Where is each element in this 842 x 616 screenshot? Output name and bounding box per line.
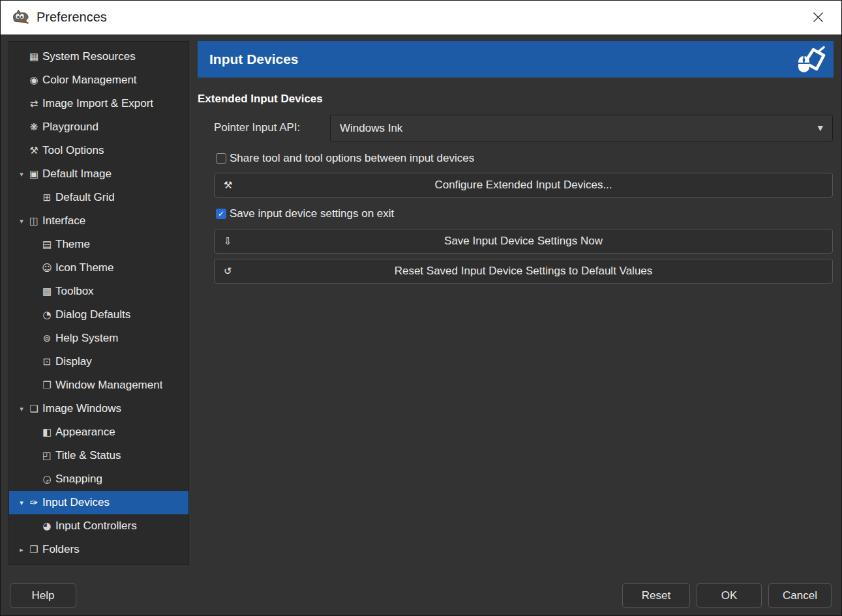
pointer-input-api-dropdown[interactable]: Windows Ink ▼ — [330, 115, 833, 141]
sidebar-item-label: Help System — [55, 332, 118, 345]
content-header: Input Devices — [198, 41, 834, 78]
sidebar-item-playground[interactable]: ❋Playground — [9, 115, 188, 139]
sidebar-item-folders[interactable]: ▸❒Folders — [9, 538, 188, 561]
sidebar-item-label: Color Management — [42, 74, 137, 87]
window-title: Preferences — [37, 10, 107, 25]
gimp-wilber-icon — [11, 9, 31, 26]
sidebar-item-label: Input Devices — [42, 496, 110, 509]
tool-options-icon: ⚒ — [27, 145, 40, 156]
sidebar-item-label: Toolbox — [55, 285, 94, 298]
help-button[interactable]: Help — [10, 583, 76, 608]
chevron-down-icon: ▼ — [818, 124, 823, 132]
dialog-defaults-icon: ◔ — [40, 309, 53, 321]
sidebar-item-color-management[interactable]: ◉Color Management — [9, 68, 188, 92]
interface-icon: ◫ — [27, 215, 40, 227]
checkmark-icon: ✓ — [218, 210, 224, 218]
sidebar-item-title-status[interactable]: ◰Title & Status — [9, 444, 188, 467]
display-icon: ⊡ — [40, 356, 53, 368]
window-management-icon: ❐ — [40, 379, 53, 391]
system-resources-icon: ▦ — [27, 51, 40, 63]
section-title: Extended Input Devices — [198, 93, 323, 106]
sidebar-item-display[interactable]: ⊡Display — [9, 350, 188, 374]
sidebar-item-input-devices[interactable]: ▾✑Input Devices — [9, 491, 188, 514]
sidebar-item-label: Tool Options — [42, 144, 104, 157]
sidebar-item-label: Image Windows — [42, 402, 121, 415]
pointer-input-api-value: Windows Ink — [340, 122, 402, 135]
titlebar: Preferences — [1, 1, 841, 35]
sidebar-item-label: Playground — [42, 121, 98, 134]
save-now-button-label: Save Input Device Settings Now — [444, 235, 603, 248]
icon-theme-icon: ☺ — [40, 262, 53, 274]
sidebar-item-image-import-export[interactable]: ⇄Image Import & Export — [9, 92, 188, 115]
sidebar-item-label: Window Management — [55, 379, 162, 392]
sidebar-item-label: Input Controllers — [55, 520, 137, 533]
sidebar-item-system-resources[interactable]: ▦System Resources — [9, 45, 188, 68]
sidebar-item-toolbox[interactable]: ▩Toolbox — [9, 280, 188, 303]
input-controllers-icon: ◕ — [40, 520, 53, 532]
tools-icon: ⚒ — [224, 179, 232, 191]
sidebar-item-theme[interactable]: ▤Theme — [9, 233, 188, 256]
chevron-down-icon[interactable]: ▾ — [16, 217, 27, 226]
sidebar-item-tool-options[interactable]: ⚒Tool Options — [9, 139, 188, 162]
preferences-dialog: Preferences ▦System Resources◉Color Mana… — [0, 0, 842, 616]
sidebar-item-label: Title & Status — [55, 449, 121, 462]
sidebar-item-label: Default Image — [42, 168, 112, 181]
save-on-exit-row: ✓ Save input device settings on exit — [216, 207, 394, 220]
input-devices-icon: ✑ — [27, 497, 40, 508]
sidebar-item-appearance[interactable]: ◧Appearance — [9, 420, 188, 444]
title-status-icon: ◰ — [40, 450, 53, 462]
sidebar-item-label: Theme — [55, 238, 90, 251]
ok-button-label: OK — [721, 589, 738, 602]
sidebar-item-icon-theme[interactable]: ☺Icon Theme — [9, 256, 188, 280]
sidebar-item-dialog-defaults[interactable]: ◔Dialog Defaults — [9, 303, 188, 327]
sidebar-item-label: Icon Theme — [55, 261, 113, 274]
default-image-icon: ▣ — [27, 168, 40, 180]
configure-button-label: Configure Extended Input Devices... — [434, 179, 612, 192]
reset-button[interactable]: Reset — [622, 583, 690, 608]
sidebar-item-image-windows[interactable]: ▾❏Image Windows — [9, 397, 188, 420]
pointer-input-api-label: Pointer Input API: — [214, 121, 300, 134]
sidebar-item-help-system[interactable]: ⊚Help System — [9, 327, 188, 350]
sidebar-item-label: Dialog Defaults — [55, 308, 130, 321]
playground-icon: ❋ — [27, 121, 40, 133]
sidebar-item-window-management[interactable]: ❐Window Management — [9, 374, 188, 397]
snapping-icon: ◶ — [40, 473, 53, 485]
default-grid-icon: ⊞ — [40, 192, 53, 203]
share-tools-row: ✓ Share tool and tool options between in… — [216, 152, 474, 165]
close-icon — [813, 12, 824, 23]
chevron-down-icon[interactable]: ▾ — [16, 499, 27, 507]
input-devices-header-icon — [794, 46, 826, 76]
cancel-button-label: Cancel — [783, 589, 817, 602]
save-on-exit-label: Save input device settings on exit — [230, 207, 394, 220]
sidebar-item-label: Folders — [42, 543, 80, 556]
sidebar-item-interface[interactable]: ▾◫Interface — [9, 209, 188, 233]
sidebar-item-input-controllers[interactable]: ◕Input Controllers — [9, 514, 188, 538]
sidebar-item-label: Display — [55, 355, 92, 368]
ok-button[interactable]: OK — [697, 583, 762, 608]
image-import-export-icon: ⇄ — [27, 98, 40, 110]
save-on-exit-checkbox[interactable]: ✓ — [216, 209, 226, 219]
reset-saved-button-label: Reset Saved Input Device Settings to Def… — [395, 265, 653, 278]
sidebar-item-label: Interface — [42, 214, 85, 227]
share-tools-label: Share tool and tool options between inpu… — [230, 152, 474, 165]
image-windows-icon: ❏ — [27, 403, 40, 415]
save-icon: ⇩ — [224, 235, 232, 247]
sidebar-item-label: Appearance — [55, 426, 115, 439]
sidebar-item-default-grid[interactable]: ⊞Default Grid — [9, 186, 188, 209]
sidebar-item-label: Image Import & Export — [42, 97, 153, 110]
save-input-device-settings-button[interactable]: ⇩ Save Input Device Settings Now — [214, 229, 833, 254]
page-title: Input Devices — [209, 51, 299, 67]
share-tools-checkbox[interactable]: ✓ — [216, 153, 226, 164]
reset-saved-settings-button[interactable]: ↺ Reset Saved Input Device Settings to D… — [214, 259, 833, 284]
sidebar-item-snapping[interactable]: ◶Snapping — [9, 467, 188, 491]
appearance-icon: ◧ — [40, 426, 53, 438]
help-system-icon: ⊚ — [40, 332, 53, 344]
close-button[interactable] — [802, 1, 834, 34]
chevron-down-icon[interactable]: ▾ — [16, 170, 27, 179]
sidebar-item-default-image[interactable]: ▾▣Default Image — [9, 162, 188, 186]
chevron-right-icon[interactable]: ▸ — [16, 546, 27, 554]
cancel-button[interactable]: Cancel — [768, 583, 832, 608]
chevron-down-icon[interactable]: ▾ — [16, 405, 27, 413]
revert-icon: ↺ — [224, 265, 232, 277]
configure-extended-input-devices-button[interactable]: ⚒ Configure Extended Input Devices... — [214, 173, 833, 198]
